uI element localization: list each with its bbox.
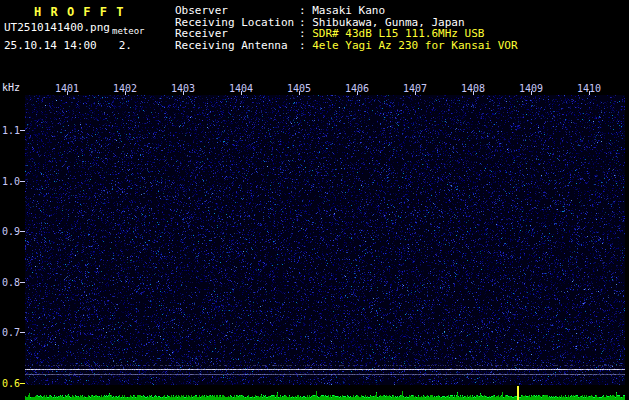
freq-tick-label: 0.8	[2, 277, 22, 288]
time-tick-label: 1407	[398, 83, 432, 94]
time-tick-label: 1409	[514, 83, 548, 94]
hrofft-output: H R O F F T UT2510141400.pngmeteor 25.10…	[0, 0, 629, 400]
info-label: Receiving Antenna	[175, 40, 299, 52]
info-value: 4ele Yagi Az 230 for Kansai VOR	[312, 39, 517, 52]
datetime: 25.10.14 14:00	[4, 39, 97, 52]
target-label: meteor	[112, 26, 145, 36]
file-line: UT2510141400.pngmeteor	[4, 21, 144, 34]
time-tick-label: 1408	[456, 83, 490, 94]
info-label: Receiver	[175, 28, 299, 40]
signal-level-canvas	[25, 386, 625, 400]
freq-tick-label: 0.7	[2, 327, 22, 338]
spectrogram-canvas	[25, 95, 625, 385]
freq-unit-label: kHz	[2, 82, 20, 93]
freq-tick-label: 1.0	[2, 176, 22, 187]
info-row: Receiving Antenna: 4ele Yagi Az 230 for …	[175, 40, 518, 52]
app-title: H R O F F T	[34, 5, 124, 19]
filename: UT2510141400.png	[4, 21, 110, 34]
freq-tick-label: 0.6	[2, 378, 22, 389]
info-label: Observer	[175, 5, 299, 17]
freq-tick-label: 1.1	[2, 125, 22, 136]
time-tick-label: 1403	[166, 83, 200, 94]
time-tick-label: 1405	[282, 83, 316, 94]
time-tick-label: 1404	[224, 83, 258, 94]
time-tick-label: 1401	[50, 83, 84, 94]
echo-count: 2.	[119, 39, 132, 52]
date-line: 25.10.14 14:002.	[4, 39, 132, 52]
info-separator: :	[299, 39, 312, 52]
header-info: Observer: Masaki KanoReceiving Location:…	[175, 5, 518, 51]
time-tick-label: 1410	[572, 83, 606, 94]
time-tick-label: 1402	[108, 83, 142, 94]
freq-tick-label: 0.9	[2, 226, 22, 237]
time-tick-label: 1406	[340, 83, 374, 94]
